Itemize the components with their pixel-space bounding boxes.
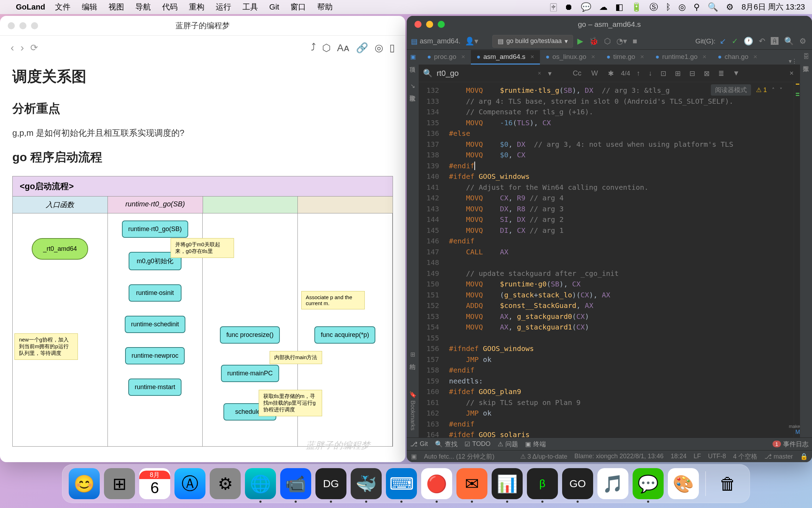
tabs-menu-icon[interactable]: ⋮ bbox=[792, 58, 797, 65]
dock-wechat[interactable]: 💬 bbox=[633, 468, 664, 499]
traffic-lights[interactable] bbox=[8, 22, 38, 29]
tab-asm[interactable]: ●asm_amd64.s× bbox=[471, 50, 540, 65]
status-blame[interactable]: Blame: xiongch 2022/8/1, 13:46 bbox=[574, 453, 664, 460]
dock-trash[interactable]: 🗑 bbox=[712, 468, 743, 499]
status-head[interactable]: ⚠ 3 Δ/up-to-date bbox=[520, 453, 567, 460]
dock-iterm[interactable]: β bbox=[527, 468, 558, 499]
dock-docker[interactable]: 🐳 bbox=[351, 468, 382, 499]
menu-edit[interactable]: 编辑 bbox=[82, 2, 97, 12]
status-vpn-icon[interactable]: ◎ bbox=[678, 2, 686, 12]
dock-vscode[interactable]: ⌨ bbox=[386, 468, 417, 499]
menu-help[interactable]: 帮助 bbox=[317, 2, 333, 12]
text-icon[interactable]: Aᴀ bbox=[337, 42, 350, 54]
btab-find[interactable]: 🔍 查找 bbox=[435, 440, 457, 448]
search-input[interactable] bbox=[437, 69, 534, 78]
status-window-icon[interactable]: ▣ bbox=[411, 453, 417, 460]
dock-settings[interactable]: ⚙ bbox=[210, 468, 241, 499]
menu-window[interactable]: 窗口 bbox=[290, 2, 306, 12]
extra3-icon[interactable]: ≣ bbox=[718, 69, 724, 78]
btab-events[interactable]: 1 事件日志 bbox=[773, 440, 808, 448]
tab-oslinux[interactable]: ●os_linux.go× bbox=[540, 50, 601, 65]
menu-navigate[interactable]: 导航 bbox=[135, 2, 151, 12]
status-s-icon[interactable]: Ⓢ bbox=[650, 1, 658, 13]
status-search-icon[interactable]: 🔍 bbox=[708, 2, 718, 12]
dock-edge[interactable]: 🌐 bbox=[245, 468, 276, 499]
next-match[interactable]: ↓ bbox=[648, 69, 652, 77]
settings-icon[interactable]: ⚙ bbox=[799, 37, 806, 46]
btab-problems[interactable]: ⚠ 问题 bbox=[498, 440, 518, 448]
dock-zoom[interactable]: 📹 bbox=[280, 468, 311, 499]
git-push-icon[interactable]: 🕐 bbox=[744, 37, 753, 46]
status-screenrec-icon[interactable]: ⏺ bbox=[565, 2, 573, 12]
stop-button[interactable]: ■ bbox=[633, 37, 637, 46]
scrollbar-map[interactable]: M make bbox=[794, 82, 800, 437]
dock-chrome[interactable]: 🔴 bbox=[421, 468, 452, 499]
menu-file[interactable]: 文件 bbox=[55, 2, 70, 12]
status-docker-icon[interactable]: ◧ bbox=[615, 2, 623, 12]
dock-launchpad[interactable]: ⊞ bbox=[104, 468, 135, 499]
dock-preview[interactable]: 🎨 bbox=[668, 468, 699, 499]
tool-project[interactable]: ▣ 项目 bbox=[409, 53, 417, 62]
run-button[interactable]: ▶ bbox=[577, 37, 583, 46]
debug-button[interactable]: 🐞 bbox=[589, 37, 598, 46]
status-control-icon[interactable]: ⚙︎ bbox=[726, 2, 734, 12]
status-fetch[interactable]: Auto fetc... (12 分钟之前) bbox=[424, 452, 494, 461]
menu-tools[interactable]: 工具 bbox=[242, 2, 258, 12]
search-dropdown[interactable]: ▾ bbox=[545, 68, 554, 79]
close-search[interactable]: × bbox=[538, 70, 541, 77]
status-input-icon[interactable]: 🀄︎ bbox=[550, 2, 557, 12]
btab-terminal[interactable]: ▣ 终端 bbox=[525, 440, 546, 448]
menubar-date[interactable]: 8月6日 周六 13:23 bbox=[742, 2, 805, 12]
status-encoding[interactable]: UTF-8 bbox=[708, 453, 726, 460]
tab-time[interactable]: ●time.go× bbox=[601, 50, 650, 65]
share-icon[interactable]: ⤴︎ bbox=[311, 42, 316, 53]
menu-run[interactable]: 运行 bbox=[216, 2, 231, 12]
status-cloud-icon[interactable]: ☁︎ bbox=[599, 2, 608, 12]
close-find-icon[interactable]: × bbox=[789, 69, 794, 77]
tab-runtime1[interactable]: ●runtime1.go× bbox=[650, 50, 712, 65]
dock-music[interactable]: 🎵 bbox=[597, 468, 628, 499]
dock-appstore[interactable]: Ⓐ bbox=[174, 468, 205, 499]
run-config-select[interactable]: ▤ go build go/test/aaa ▾ bbox=[492, 35, 573, 48]
compass-icon[interactable]: ◎ bbox=[375, 42, 383, 54]
code-area[interactable]: MOVQ $runtime·tls_g(SB), DX // arg 3: &t… bbox=[443, 82, 794, 437]
prev-match[interactable]: ↑ bbox=[636, 69, 640, 77]
tab-proc[interactable]: ●proc.go× bbox=[422, 50, 471, 65]
link-icon[interactable]: 🔗 bbox=[356, 42, 368, 54]
warning-badge[interactable]: ⚠ 1 bbox=[756, 86, 767, 94]
menu-code[interactable]: 代码 bbox=[162, 2, 178, 12]
reload-button[interactable]: ⟳ bbox=[30, 42, 38, 53]
menu-git[interactable]: Git bbox=[269, 2, 279, 12]
search-everywhere-icon[interactable]: 🔍 bbox=[784, 37, 794, 46]
status-curpos[interactable]: 18:24 bbox=[671, 453, 687, 460]
dock-postman[interactable]: ✉ bbox=[456, 468, 487, 499]
menu-refactor[interactable]: 重构 bbox=[189, 2, 204, 12]
status-bt-icon[interactable]: ᛒ bbox=[666, 2, 671, 12]
user-icon[interactable]: 👤▾ bbox=[465, 37, 478, 46]
ide-traffic-lights[interactable] bbox=[414, 21, 445, 28]
reader-mode-badge[interactable]: 阅读器模式 bbox=[711, 84, 751, 96]
status-wechat-icon[interactable]: 💬 bbox=[581, 2, 591, 12]
status-battery-icon[interactable]: 🔋 bbox=[631, 2, 642, 12]
status-lf[interactable]: LF bbox=[694, 453, 701, 460]
status-lock-icon[interactable]: 🔒 bbox=[800, 453, 808, 460]
menu-view[interactable]: 视图 bbox=[109, 2, 124, 12]
back-button[interactable]: ‹ bbox=[11, 42, 14, 54]
git-pull-icon[interactable]: ↙ bbox=[720, 37, 726, 46]
profile-button[interactable]: ◔▾ bbox=[616, 37, 627, 46]
regex-toggle[interactable]: ✱ bbox=[605, 68, 617, 79]
status-indent[interactable]: 4 个空格 bbox=[733, 452, 757, 461]
dock-goland[interactable]: GO bbox=[562, 468, 593, 499]
tabs-more-icon[interactable]: ▾ bbox=[789, 58, 792, 65]
status-wifi-icon[interactable]: ⚲ bbox=[694, 2, 700, 12]
editor[interactable]: 阅读器模式 ⚠ 1 ˄ ˅ 132 133 134 135 136 137 13… bbox=[419, 82, 800, 437]
select-all-icon[interactable]: ⊡ bbox=[660, 69, 666, 78]
dock-finder[interactable]: 😊 bbox=[69, 468, 100, 499]
extra1-icon[interactable]: ⊟ bbox=[689, 69, 695, 78]
extra2-icon[interactable]: ⊠ bbox=[704, 69, 710, 78]
dock-calendar[interactable]: 8月6 bbox=[139, 468, 170, 499]
btab-git[interactable]: ⎇ Git bbox=[410, 440, 428, 448]
tool-database[interactable]: 🗄 数据库 bbox=[802, 53, 810, 61]
bookmark-icon[interactable]: ▯ bbox=[389, 42, 395, 54]
git-commit-icon[interactable]: ✓ bbox=[732, 37, 738, 46]
